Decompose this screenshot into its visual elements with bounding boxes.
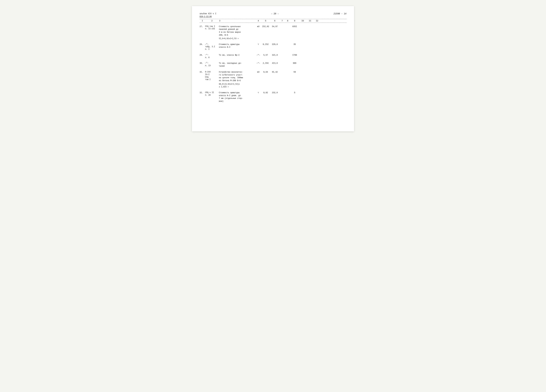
row-reference: ССЦ том I п. II–23I [205,25,219,30]
col-header-8: 8 [285,20,290,22]
row-total: 906 [290,62,299,65]
row-reference: –"– п. I3 [205,62,219,67]
row-price: 54,97 [270,25,280,28]
row-unit: –"– [256,62,261,65]
col-header-9: 9 [290,20,299,22]
row-formula: 88,0+(0,92х2+I,53)х х I,0I5 = [219,83,256,88]
col-header-10: IO [299,20,306,22]
row-number: 27. [200,25,205,28]
col-header-5: 5 [261,20,270,22]
row-number: 3I. [200,71,205,74]
header-area: альбом XIV ч I 810-1-13.86 – 20 – 21598 … [200,12,346,18]
row-description: Стоимость арматуры класса А–I [219,43,256,49]
row-price: 4I3,0 [270,62,280,65]
row-number: 30. [200,62,205,65]
row-unit: м3 [256,71,261,74]
album-title: альбом XIV ч I [200,12,216,15]
row-total: I788 [290,54,299,57]
col-header-2: 2 [205,20,219,22]
table-row: 28.–"– табд. 3.I п. IСтоимость арматуры … [200,43,346,51]
column-header-row: I 2 3 4 5 6 7 8 9 IO II I2 [200,19,346,23]
rows-container: 27.ССЦ том I п. II–23IСтоимость цокольны… [200,25,346,103]
row-total: 835I [290,25,299,28]
header-right: 21598 - 14 [334,13,346,15]
row-description: Устройство монолитно- го ж/бетонного уча… [219,71,256,88]
row-price: 32I,0 [270,54,280,57]
row-unit: –"– [256,54,261,57]
row-quantity: 2,I94 [261,62,270,65]
header-left: альбом XIV ч I 810-1-13.86 [200,12,216,18]
row-reference: СРЦ ч II п. 28 [205,91,219,96]
row-total: 35 [290,43,299,46]
row-number: 28. [200,43,205,46]
album-code: 810-1-13.86 [200,15,216,18]
row-description: Стоимость арматуры класса А–I диам. до 7… [219,91,256,103]
row-price: 9I,42 [270,71,280,74]
header-center: – 20 – [271,13,279,15]
document-page: альбом XIV ч I 810-1-13.86 – 20 – 21598 … [192,6,354,131]
col-header-7: 7 [280,20,285,22]
table-row: 3I.6–I43 I4–I ССЦ том IУстройство моноли… [200,71,346,88]
col-header-12: I2 [313,20,321,22]
row-reference: –"– табд. 3.I п. I [205,43,219,51]
row-quantity: 0,02 [261,91,270,94]
col-header-3: 3 [219,20,256,22]
table-row: 32.СРЦ ч II п. 28Стоимость арматуры клас… [200,91,346,103]
row-price: 232,0 [270,91,280,94]
table-row: 29.–"– п. 6То же, класса Вр–I–"–5,5732I,… [200,54,346,59]
row-total: 59 [290,71,299,74]
row-description: Стоимость цокольных панелей длиной до 3 … [219,25,256,40]
row-unit: т [256,91,261,94]
table-row: 30.–"– п. I3То же, закладных де- талей–"… [200,62,346,68]
row-quantity: 5,57 [261,54,270,57]
row-quantity: I5I,92 [261,25,270,28]
row-total: 5 [290,91,299,94]
row-quantity: 0,I52 [261,43,270,46]
col-header-11: II [306,20,313,22]
row-reference: 6–I43 I4–I ССЦ том I [205,71,219,81]
col-header-4: 4 [256,20,261,22]
col-header-6: 6 [270,20,280,22]
col-header-1: I [200,20,205,22]
row-unit: м3 [256,25,261,28]
row-description: То же, класса Вр–I [219,54,256,57]
row-formula: 5I,6+0,92х2+I,53 = [219,37,256,40]
row-reference: –"– п. 6 [205,54,219,59]
row-number: 32. [200,91,205,94]
row-description: То же, закладных де- талей [219,62,256,68]
row-price: 229,0 [270,43,280,46]
table-row: 27.ССЦ том I п. II–23IСтоимость цокольны… [200,25,346,40]
row-quantity: 0,64 [261,71,270,74]
row-number: 29. [200,54,205,57]
row-unit: т [256,43,261,46]
